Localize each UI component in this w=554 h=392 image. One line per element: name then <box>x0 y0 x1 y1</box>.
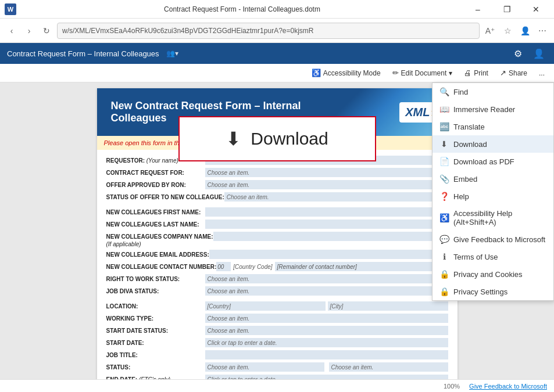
address-input[interactable] <box>57 23 480 39</box>
status-field1[interactable]: Choose an item. <box>205 362 324 372</box>
profile-icon[interactable]: 👤 <box>518 24 532 38</box>
job-title-field[interactable] <box>205 350 448 359</box>
right-to-work-row: RIGHT TO WORK STATUS: Choose an item. <box>106 274 448 285</box>
menu-item-icon: ℹ <box>439 252 449 261</box>
right-to-work-label: RIGHT TO WORK STATUS: <box>106 274 205 283</box>
form-content: REQUESTOR: (Your name) CONTRACT REQUEST … <box>97 150 458 379</box>
share-icon: ↗ <box>500 69 506 77</box>
contact-remainder-field[interactable]: [Remainder of contact number] <box>275 262 448 271</box>
menu-item-immersive-reader[interactable]: 📖 Immersive Reader <box>433 100 553 118</box>
menu-item-embed[interactable]: 📎 Embed <box>433 170 553 188</box>
start-date-field[interactable]: Click or tap to enter a date. <box>205 338 448 347</box>
contact-number-row: NEW COLLEAGUE CONTACT NUMBER: 00 [Countr… <box>106 262 448 272</box>
menu-item-label: Privacy and Cookies <box>453 270 523 279</box>
company-name-row: NEW COLLEAGUES COMPANY NAME: (If applica… <box>106 232 448 248</box>
more-icon[interactable]: ⋯ <box>535 24 549 38</box>
document-wrapper: New Contract Request Form – Internal Col… <box>97 88 458 379</box>
end-date-field[interactable]: Click or tap to enter a date. <box>205 375 448 379</box>
last-name-field[interactable] <box>205 220 448 229</box>
start-date-status-label: START DATE STATUS: <box>106 326 205 335</box>
accessibility-mode-button[interactable]: ♿ Accessibility Mode <box>309 67 383 78</box>
share-label: Share <box>509 69 527 77</box>
menu-item-label: Find <box>453 88 468 96</box>
main-content: New Contract Request Form – Internal Col… <box>0 82 554 379</box>
tab-title: Contract Request Form – Internal Colleag… <box>7 49 159 58</box>
menu-item-icon: 🔤 <box>439 122 449 131</box>
status-field2[interactable]: Choose an item. <box>329 362 448 372</box>
forward-icon[interactable]: › <box>22 24 36 38</box>
menu-item-icon: 📎 <box>439 174 449 184</box>
first-name-label: NEW COLLEAGUES FIRST NAME: <box>106 207 205 216</box>
menu-item-label: Give Feedback to Microsoft <box>453 235 545 244</box>
job-title-label: JOB TITLE: <box>106 350 205 359</box>
maximize-button[interactable]: ❐ <box>494 0 520 19</box>
toolbar: ♿ Accessibility Mode ✏ Edit Document ▾ 🖨… <box>0 64 554 82</box>
job-diva-field[interactable]: Choose an item. <box>205 286 448 296</box>
edit-document-button[interactable]: ✏ Edit Document ▾ <box>390 67 455 78</box>
contract-request-row: CONTRACT REQUEST FOR: Choose an item. <box>106 168 448 178</box>
working-type-field[interactable]: Choose an item. <box>205 314 448 323</box>
close-button[interactable]: ✕ <box>523 0 549 19</box>
menu-item-icon: 📄 <box>439 157 449 166</box>
offer-approved-label: OFFER APPROVED BY RON: <box>106 180 205 189</box>
contract-request-label: CONTRACT REQUEST FOR: <box>106 168 205 177</box>
menu-item-privacy-settings[interactable]: 🔒 Privacy Settings <box>433 283 553 300</box>
menu-item-translate[interactable]: 🔤 Translate <box>433 118 553 135</box>
address-bar: ‹ › ↻ A⁺ ☆ 👤 ⋯ <box>0 19 554 43</box>
location-label: LOCATION: <box>106 301 205 310</box>
right-to-work-field[interactable]: Choose an item. <box>205 274 448 283</box>
job-diva-row: JOB DIVA STATUS: Choose an item. <box>106 286 448 297</box>
menu-item-give-feedback-to-microsoft[interactable]: 💬 Give Feedback to Microsoft <box>433 231 553 248</box>
menu-item-label: Accessibility Help (Alt+Shift+A) <box>453 209 546 226</box>
feedback-link[interactable]: Give Feedback to Microsoft <box>469 383 547 390</box>
status-bar: 100% Give Feedback to Microsoft <box>0 379 554 392</box>
contract-request-field[interactable]: Choose an item. <box>205 168 448 177</box>
favorites-icon[interactable]: ☆ <box>501 24 514 38</box>
menu-item-label: Help <box>453 192 469 201</box>
refresh-icon[interactable]: ↻ <box>40 24 53 38</box>
menu-item-accessibility-help-alt+shift+a[interactable]: ♿ Accessibility Help (Alt+Shift+A) <box>433 205 553 231</box>
start-date-label: START DATE: <box>106 338 205 347</box>
working-type-label: WORKING TYPE: <box>106 314 205 322</box>
email-label: NEW COLLEAGUE EMAIL ADDRESS: <box>106 250 209 258</box>
menu-item-label: Translate <box>453 123 485 131</box>
offer-approved-field[interactable]: Choose an item. <box>205 180 448 189</box>
menu-item-terms-of-use[interactable]: ℹ Terms of Use <box>433 248 553 265</box>
first-name-row: NEW COLLEAGUES FIRST NAME: <box>106 207 448 218</box>
location-country-field[interactable]: [Country] <box>205 301 326 311</box>
window-title: Contract Request Form - Internal Colleag… <box>20 5 464 13</box>
first-name-field[interactable] <box>205 207 448 217</box>
email-field[interactable] <box>209 250 448 259</box>
menu-item-privacy-and-cookies[interactable]: 🔒 Privacy and Cookies <box>433 265 553 283</box>
user-avatar[interactable]: 👤 <box>531 45 547 62</box>
menu-item-label: Privacy Settings <box>453 287 507 296</box>
print-icon: 🖨 <box>464 69 471 77</box>
reader-mode-icon[interactable]: A⁺ <box>483 24 497 38</box>
menu-item-find[interactable]: 🔍 Find <box>433 83 553 100</box>
window-controls: – ❐ ✕ <box>464 0 549 19</box>
status-offer-field[interactable]: Choose an item. <box>224 192 448 202</box>
settings-icon[interactable]: ⚙ <box>510 45 526 62</box>
menu-item-download[interactable]: ⬇ Download <box>433 135 553 153</box>
menu-item-label: Download <box>453 140 487 149</box>
company-name-field[interactable] <box>213 232 448 241</box>
more-toolbar-button[interactable]: ... <box>537 68 547 78</box>
status-row: STATUS: Choose an item. Choose an item. <box>106 362 448 373</box>
minimize-button[interactable]: – <box>464 0 491 19</box>
job-title-row: JOB TITLE: <box>106 350 448 361</box>
menu-item-icon: 💬 <box>439 235 449 244</box>
share-button[interactable]: ↗ Share <box>498 67 530 78</box>
menu-item-icon: 🔒 <box>439 287 449 296</box>
email-row: NEW COLLEAGUE EMAIL ADDRESS: <box>106 250 448 260</box>
menu-item-download-as-pdf[interactable]: 📄 Download as PDF <box>433 153 553 170</box>
company-name-label: NEW COLLEAGUES COMPANY NAME: (If applica… <box>106 232 213 248</box>
menu-item-icon: ❓ <box>439 192 449 201</box>
menu-item-help[interactable]: ❓ Help <box>433 188 553 205</box>
back-icon[interactable]: ‹ <box>5 24 19 38</box>
location-city-field[interactable]: [City] <box>328 301 448 311</box>
download-overlay[interactable]: ⬇ Download <box>178 116 376 161</box>
print-button[interactable]: 🖨 Print <box>462 67 491 78</box>
contact-code-field[interactable]: 00 <box>216 262 231 271</box>
edit-document-label: Edit Document <box>401 69 447 77</box>
start-date-status-field[interactable]: Choose an item. <box>205 326 448 335</box>
